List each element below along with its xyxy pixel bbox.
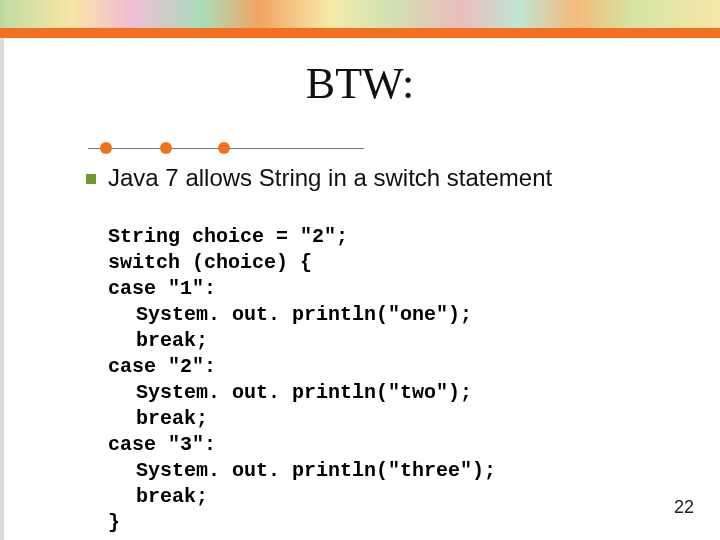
bullet-text: Java 7 allows String in a switch stateme… [108, 164, 552, 191]
code-line: String choice = "2"; [108, 225, 348, 248]
code-line: switch (choice) { [108, 251, 312, 274]
code-block: String choice = "2"; switch (choice) { c… [108, 198, 690, 536]
code-line: break; [108, 329, 208, 352]
code-line: case "3": [108, 433, 216, 456]
code-line: } [108, 511, 120, 534]
decorative-banner [0, 0, 720, 28]
code-line: System. out. println("one"); [108, 303, 472, 326]
body-area: Java 7 allows String in a switch stateme… [108, 164, 690, 536]
accent-dot-icon [218, 142, 230, 154]
code-line: break; [108, 485, 208, 508]
accent-dot-icon [160, 142, 172, 154]
code-line: System. out. println("two"); [108, 381, 472, 404]
orange-bar [0, 28, 720, 38]
code-line: case "2": [108, 355, 216, 378]
square-bullet-icon [86, 174, 96, 184]
code-line: System. out. println("three"); [108, 459, 496, 482]
code-line: break; [108, 407, 208, 430]
code-line: case "1": [108, 277, 216, 300]
bullet-item: Java 7 allows String in a switch stateme… [108, 164, 690, 192]
slide-title: BTW: [0, 58, 720, 109]
accent-dot-icon [100, 142, 112, 154]
page-number: 22 [674, 497, 694, 518]
